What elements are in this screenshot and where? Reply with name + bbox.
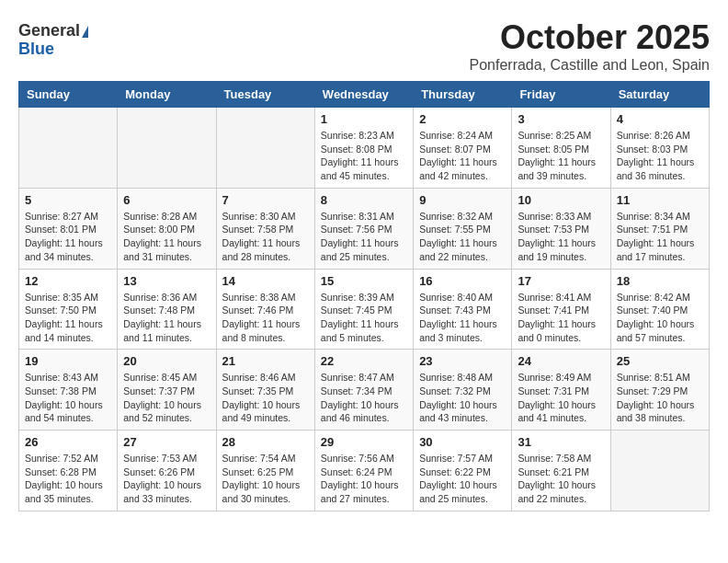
calendar-cell: 30Sunrise: 7:57 AM Sunset: 6:22 PM Dayli… [414, 431, 512, 511]
day-number: 23 [419, 354, 506, 368]
day-number: 1 [321, 112, 407, 126]
day-number: 9 [419, 193, 506, 207]
calendar-week-row: 1Sunrise: 8:23 AM Sunset: 8:08 PM Daylig… [19, 108, 710, 189]
day-info: Sunrise: 7:57 AM Sunset: 6:22 PM Dayligh… [419, 452, 506, 506]
weekday-header: Sunday [19, 82, 118, 108]
day-info: Sunrise: 8:39 AM Sunset: 7:45 PM Dayligh… [321, 291, 407, 345]
day-number: 11 [617, 193, 703, 207]
day-info: Sunrise: 8:34 AM Sunset: 7:51 PM Dayligh… [617, 210, 703, 264]
day-info: Sunrise: 8:48 AM Sunset: 7:32 PM Dayligh… [419, 371, 506, 425]
day-info: Sunrise: 8:43 AM Sunset: 7:38 PM Dayligh… [25, 371, 111, 425]
day-number: 14 [222, 274, 309, 288]
weekday-header: Friday [512, 82, 610, 108]
calendar-cell: 28Sunrise: 7:54 AM Sunset: 6:25 PM Dayli… [216, 431, 314, 511]
calendar-cell [19, 108, 118, 189]
day-number: 8 [321, 193, 407, 207]
day-info: Sunrise: 8:42 AM Sunset: 7:40 PM Dayligh… [617, 291, 703, 345]
day-info: Sunrise: 8:27 AM Sunset: 8:01 PM Dayligh… [25, 210, 111, 264]
day-info: Sunrise: 8:28 AM Sunset: 8:00 PM Dayligh… [123, 210, 210, 264]
calendar-table: SundayMondayTuesdayWednesdayThursdayFrid… [18, 81, 710, 511]
calendar-cell: 18Sunrise: 8:42 AM Sunset: 7:40 PM Dayli… [610, 269, 709, 350]
calendar-cell: 7Sunrise: 8:30 AM Sunset: 7:58 PM Daylig… [216, 188, 314, 269]
day-info: Sunrise: 8:38 AM Sunset: 7:46 PM Dayligh… [222, 291, 309, 345]
weekday-header: Thursday [414, 82, 512, 108]
calendar-cell: 11Sunrise: 8:34 AM Sunset: 7:51 PM Dayli… [610, 188, 709, 269]
day-info: Sunrise: 8:26 AM Sunset: 8:03 PM Dayligh… [617, 129, 703, 183]
day-info: Sunrise: 7:56 AM Sunset: 6:24 PM Dayligh… [321, 452, 407, 506]
day-info: Sunrise: 8:35 AM Sunset: 7:50 PM Dayligh… [25, 291, 111, 345]
calendar-cell: 26Sunrise: 7:52 AM Sunset: 6:28 PM Dayli… [19, 431, 118, 511]
day-number: 28 [222, 435, 309, 449]
weekday-header: Wednesday [314, 82, 413, 108]
calendar-week-row: 19Sunrise: 8:43 AM Sunset: 7:38 PM Dayli… [19, 350, 710, 431]
day-number: 31 [518, 435, 604, 449]
day-info: Sunrise: 8:45 AM Sunset: 7:37 PM Dayligh… [123, 371, 210, 425]
calendar-cell: 31Sunrise: 7:58 AM Sunset: 6:21 PM Dayli… [512, 431, 610, 511]
day-info: Sunrise: 8:31 AM Sunset: 7:56 PM Dayligh… [321, 210, 407, 264]
day-number: 27 [123, 435, 210, 449]
weekday-header: Monday [118, 82, 216, 108]
day-number: 29 [321, 435, 407, 449]
day-info: Sunrise: 8:25 AM Sunset: 8:05 PM Dayligh… [518, 129, 604, 183]
day-number: 22 [321, 354, 407, 368]
day-info: Sunrise: 8:51 AM Sunset: 7:29 PM Dayligh… [617, 371, 703, 425]
day-number: 25 [617, 354, 703, 368]
day-number: 17 [518, 274, 604, 288]
day-number: 18 [617, 274, 703, 288]
calendar-header-row: SundayMondayTuesdayWednesdayThursdayFrid… [19, 82, 710, 108]
calendar-week-row: 12Sunrise: 8:35 AM Sunset: 7:50 PM Dayli… [19, 269, 710, 350]
day-info: Sunrise: 7:58 AM Sunset: 6:21 PM Dayligh… [518, 452, 604, 506]
calendar-cell: 3Sunrise: 8:25 AM Sunset: 8:05 PM Daylig… [512, 108, 610, 189]
calendar-week-row: 26Sunrise: 7:52 AM Sunset: 6:28 PM Dayli… [19, 431, 710, 511]
page-header: October 2025 Ponferrada, Castille and Le… [18, 18, 710, 74]
weekday-header: Saturday [610, 82, 709, 108]
day-number: 26 [25, 435, 111, 449]
day-number: 5 [25, 193, 111, 207]
calendar-cell [118, 108, 216, 189]
calendar-cell: 22Sunrise: 8:47 AM Sunset: 7:34 PM Dayli… [314, 350, 413, 431]
calendar-cell: 16Sunrise: 8:40 AM Sunset: 7:43 PM Dayli… [414, 269, 512, 350]
day-info: Sunrise: 8:33 AM Sunset: 7:53 PM Dayligh… [518, 210, 604, 264]
calendar-cell: 23Sunrise: 8:48 AM Sunset: 7:32 PM Dayli… [414, 350, 512, 431]
day-number: 15 [321, 274, 407, 288]
calendar-cell: 24Sunrise: 8:49 AM Sunset: 7:31 PM Dayli… [512, 350, 610, 431]
calendar-cell: 15Sunrise: 8:39 AM Sunset: 7:45 PM Dayli… [314, 269, 413, 350]
calendar-cell: 10Sunrise: 8:33 AM Sunset: 7:53 PM Dayli… [512, 188, 610, 269]
day-info: Sunrise: 8:24 AM Sunset: 8:07 PM Dayligh… [419, 129, 506, 183]
weekday-header: Tuesday [216, 82, 314, 108]
day-number: 24 [518, 354, 604, 368]
calendar-cell: 13Sunrise: 8:36 AM Sunset: 7:48 PM Dayli… [118, 269, 216, 350]
day-number: 16 [419, 274, 506, 288]
calendar-cell: 5Sunrise: 8:27 AM Sunset: 8:01 PM Daylig… [19, 188, 118, 269]
day-info: Sunrise: 7:54 AM Sunset: 6:25 PM Dayligh… [222, 452, 309, 506]
day-number: 13 [123, 274, 210, 288]
day-number: 19 [25, 354, 111, 368]
calendar-cell: 4Sunrise: 8:26 AM Sunset: 8:03 PM Daylig… [610, 108, 709, 189]
calendar-cell: 25Sunrise: 8:51 AM Sunset: 7:29 PM Dayli… [610, 350, 709, 431]
calendar-cell: 29Sunrise: 7:56 AM Sunset: 6:24 PM Dayli… [314, 431, 413, 511]
calendar-cell: 27Sunrise: 7:53 AM Sunset: 6:26 PM Dayli… [118, 431, 216, 511]
day-info: Sunrise: 8:40 AM Sunset: 7:43 PM Dayligh… [419, 291, 506, 345]
logo-general: General [18, 22, 88, 40]
calendar-cell: 6Sunrise: 8:28 AM Sunset: 8:00 PM Daylig… [118, 188, 216, 269]
calendar-cell: 1Sunrise: 8:23 AM Sunset: 8:08 PM Daylig… [314, 108, 413, 189]
calendar-cell: 12Sunrise: 8:35 AM Sunset: 7:50 PM Dayli… [19, 269, 118, 350]
day-info: Sunrise: 8:47 AM Sunset: 7:34 PM Dayligh… [321, 371, 407, 425]
day-number: 2 [419, 112, 506, 126]
calendar-cell: 2Sunrise: 8:24 AM Sunset: 8:07 PM Daylig… [414, 108, 512, 189]
day-number: 20 [123, 354, 210, 368]
calendar-cell: 8Sunrise: 8:31 AM Sunset: 7:56 PM Daylig… [314, 188, 413, 269]
day-info: Sunrise: 8:46 AM Sunset: 7:35 PM Dayligh… [222, 371, 309, 425]
calendar-cell: 14Sunrise: 8:38 AM Sunset: 7:46 PM Dayli… [216, 269, 314, 350]
day-number: 21 [222, 354, 309, 368]
day-number: 10 [518, 193, 604, 207]
day-number: 12 [25, 274, 111, 288]
day-number: 4 [617, 112, 703, 126]
day-info: Sunrise: 7:53 AM Sunset: 6:26 PM Dayligh… [123, 452, 210, 506]
day-info: Sunrise: 8:36 AM Sunset: 7:48 PM Dayligh… [123, 291, 210, 345]
day-number: 3 [518, 112, 604, 126]
calendar-cell: 9Sunrise: 8:32 AM Sunset: 7:55 PM Daylig… [414, 188, 512, 269]
calendar-week-row: 5Sunrise: 8:27 AM Sunset: 8:01 PM Daylig… [19, 188, 710, 269]
day-info: Sunrise: 7:52 AM Sunset: 6:28 PM Dayligh… [25, 452, 111, 506]
day-number: 6 [123, 193, 210, 207]
